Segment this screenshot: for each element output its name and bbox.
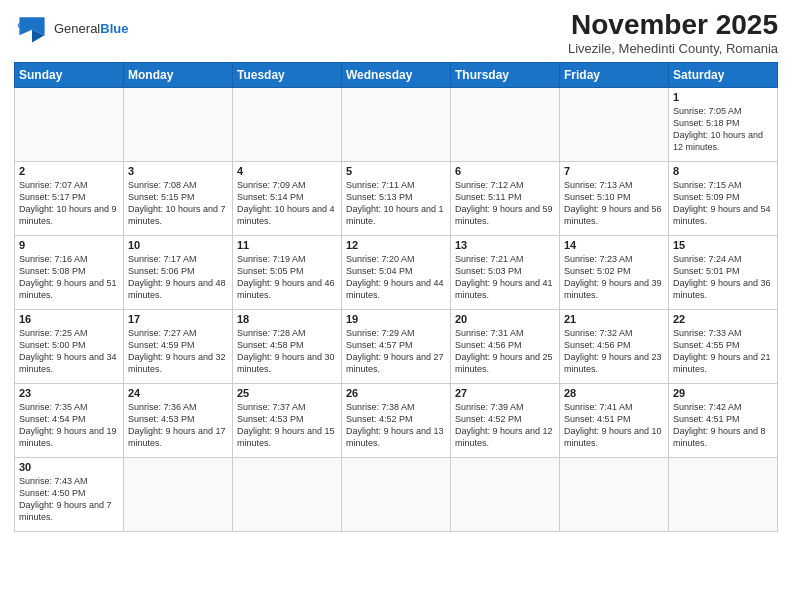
calendar-cell: 22Sunrise: 7:33 AM Sunset: 4:55 PM Dayli… xyxy=(669,309,778,383)
day-info: Sunrise: 7:27 AM Sunset: 4:59 PM Dayligh… xyxy=(128,327,228,376)
calendar-cell xyxy=(560,87,669,161)
day-info: Sunrise: 7:42 AM Sunset: 4:51 PM Dayligh… xyxy=(673,401,773,450)
calendar-cell: 8Sunrise: 7:15 AM Sunset: 5:09 PM Daylig… xyxy=(669,161,778,235)
day-info: Sunrise: 7:24 AM Sunset: 5:01 PM Dayligh… xyxy=(673,253,773,302)
day-info: Sunrise: 7:19 AM Sunset: 5:05 PM Dayligh… xyxy=(237,253,337,302)
calendar-cell: 24Sunrise: 7:36 AM Sunset: 4:53 PM Dayli… xyxy=(124,383,233,457)
day-number: 10 xyxy=(128,239,228,251)
day-info: Sunrise: 7:33 AM Sunset: 4:55 PM Dayligh… xyxy=(673,327,773,376)
calendar-cell: 29Sunrise: 7:42 AM Sunset: 4:51 PM Dayli… xyxy=(669,383,778,457)
calendar-cell: 25Sunrise: 7:37 AM Sunset: 4:53 PM Dayli… xyxy=(233,383,342,457)
calendar-cell: 1Sunrise: 7:05 AM Sunset: 5:18 PM Daylig… xyxy=(669,87,778,161)
day-number: 15 xyxy=(673,239,773,251)
day-info: Sunrise: 7:41 AM Sunset: 4:51 PM Dayligh… xyxy=(564,401,664,450)
calendar-cell: 18Sunrise: 7:28 AM Sunset: 4:58 PM Dayli… xyxy=(233,309,342,383)
day-number: 30 xyxy=(19,461,119,473)
day-number: 20 xyxy=(455,313,555,325)
day-number: 3 xyxy=(128,165,228,177)
calendar-cell xyxy=(451,457,560,531)
day-number: 1 xyxy=(673,91,773,103)
header: GB GeneralBlue November 2025 Livezile, M… xyxy=(14,10,778,56)
calendar-cell: 5Sunrise: 7:11 AM Sunset: 5:13 PM Daylig… xyxy=(342,161,451,235)
day-info: Sunrise: 7:25 AM Sunset: 5:00 PM Dayligh… xyxy=(19,327,119,376)
calendar-cell xyxy=(124,87,233,161)
day-number: 8 xyxy=(673,165,773,177)
day-info: Sunrise: 7:11 AM Sunset: 5:13 PM Dayligh… xyxy=(346,179,446,228)
calendar-body: 1Sunrise: 7:05 AM Sunset: 5:18 PM Daylig… xyxy=(15,87,778,531)
calendar-cell: 13Sunrise: 7:21 AM Sunset: 5:03 PM Dayli… xyxy=(451,235,560,309)
calendar-cell: 20Sunrise: 7:31 AM Sunset: 4:56 PM Dayli… xyxy=(451,309,560,383)
calendar-cell xyxy=(124,457,233,531)
header-monday: Monday xyxy=(124,62,233,87)
header-sunday: Sunday xyxy=(15,62,124,87)
generalblue-logo-icon: GB xyxy=(14,10,50,46)
day-number: 2 xyxy=(19,165,119,177)
day-info: Sunrise: 7:37 AM Sunset: 4:53 PM Dayligh… xyxy=(237,401,337,450)
day-number: 25 xyxy=(237,387,337,399)
calendar-cell: 26Sunrise: 7:38 AM Sunset: 4:52 PM Dayli… xyxy=(342,383,451,457)
day-info: Sunrise: 7:31 AM Sunset: 4:56 PM Dayligh… xyxy=(455,327,555,376)
header-tuesday: Tuesday xyxy=(233,62,342,87)
day-info: Sunrise: 7:12 AM Sunset: 5:11 PM Dayligh… xyxy=(455,179,555,228)
calendar-cell: 17Sunrise: 7:27 AM Sunset: 4:59 PM Dayli… xyxy=(124,309,233,383)
calendar-cell: 4Sunrise: 7:09 AM Sunset: 5:14 PM Daylig… xyxy=(233,161,342,235)
calendar-cell xyxy=(342,87,451,161)
day-info: Sunrise: 7:07 AM Sunset: 5:17 PM Dayligh… xyxy=(19,179,119,228)
day-number: 18 xyxy=(237,313,337,325)
header-wednesday: Wednesday xyxy=(342,62,451,87)
day-info: Sunrise: 7:21 AM Sunset: 5:03 PM Dayligh… xyxy=(455,253,555,302)
page: GB GeneralBlue November 2025 Livezile, M… xyxy=(0,0,792,612)
logo: GB GeneralBlue xyxy=(14,10,128,46)
calendar-cell: 16Sunrise: 7:25 AM Sunset: 5:00 PM Dayli… xyxy=(15,309,124,383)
day-info: Sunrise: 7:16 AM Sunset: 5:08 PM Dayligh… xyxy=(19,253,119,302)
day-info: Sunrise: 7:17 AM Sunset: 5:06 PM Dayligh… xyxy=(128,253,228,302)
calendar-cell: 19Sunrise: 7:29 AM Sunset: 4:57 PM Dayli… xyxy=(342,309,451,383)
calendar-cell: 7Sunrise: 7:13 AM Sunset: 5:10 PM Daylig… xyxy=(560,161,669,235)
header-friday: Friday xyxy=(560,62,669,87)
day-number: 29 xyxy=(673,387,773,399)
day-info: Sunrise: 7:35 AM Sunset: 4:54 PM Dayligh… xyxy=(19,401,119,450)
day-number: 5 xyxy=(346,165,446,177)
calendar-cell xyxy=(451,87,560,161)
calendar-cell: 21Sunrise: 7:32 AM Sunset: 4:56 PM Dayli… xyxy=(560,309,669,383)
day-number: 28 xyxy=(564,387,664,399)
day-info: Sunrise: 7:38 AM Sunset: 4:52 PM Dayligh… xyxy=(346,401,446,450)
calendar-cell: 11Sunrise: 7:19 AM Sunset: 5:05 PM Dayli… xyxy=(233,235,342,309)
logo-text: GeneralBlue xyxy=(54,21,128,36)
calendar-cell: 10Sunrise: 7:17 AM Sunset: 5:06 PM Dayli… xyxy=(124,235,233,309)
day-info: Sunrise: 7:15 AM Sunset: 5:09 PM Dayligh… xyxy=(673,179,773,228)
calendar-cell: 2Sunrise: 7:07 AM Sunset: 5:17 PM Daylig… xyxy=(15,161,124,235)
calendar-cell xyxy=(560,457,669,531)
day-info: Sunrise: 7:28 AM Sunset: 4:58 PM Dayligh… xyxy=(237,327,337,376)
calendar-cell xyxy=(233,457,342,531)
calendar-cell xyxy=(233,87,342,161)
day-number: 26 xyxy=(346,387,446,399)
day-number: 11 xyxy=(237,239,337,251)
day-number: 13 xyxy=(455,239,555,251)
calendar-cell: 15Sunrise: 7:24 AM Sunset: 5:01 PM Dayli… xyxy=(669,235,778,309)
day-number: 14 xyxy=(564,239,664,251)
calendar-cell: 23Sunrise: 7:35 AM Sunset: 4:54 PM Dayli… xyxy=(15,383,124,457)
day-number: 21 xyxy=(564,313,664,325)
day-number: 24 xyxy=(128,387,228,399)
header-saturday: Saturday xyxy=(669,62,778,87)
day-number: 12 xyxy=(346,239,446,251)
calendar-cell: 6Sunrise: 7:12 AM Sunset: 5:11 PM Daylig… xyxy=(451,161,560,235)
day-info: Sunrise: 7:13 AM Sunset: 5:10 PM Dayligh… xyxy=(564,179,664,228)
day-number: 6 xyxy=(455,165,555,177)
calendar-cell: 12Sunrise: 7:20 AM Sunset: 5:04 PM Dayli… xyxy=(342,235,451,309)
calendar-cell: 27Sunrise: 7:39 AM Sunset: 4:52 PM Dayli… xyxy=(451,383,560,457)
day-info: Sunrise: 7:09 AM Sunset: 5:14 PM Dayligh… xyxy=(237,179,337,228)
day-info: Sunrise: 7:43 AM Sunset: 4:50 PM Dayligh… xyxy=(19,475,119,524)
day-info: Sunrise: 7:23 AM Sunset: 5:02 PM Dayligh… xyxy=(564,253,664,302)
day-number: 27 xyxy=(455,387,555,399)
calendar-cell: 14Sunrise: 7:23 AM Sunset: 5:02 PM Dayli… xyxy=(560,235,669,309)
title-block: November 2025 Livezile, Mehedinti County… xyxy=(568,10,778,56)
location: Livezile, Mehedinti County, Romania xyxy=(568,41,778,56)
day-number: 17 xyxy=(128,313,228,325)
weekday-header-row: Sunday Monday Tuesday Wednesday Thursday… xyxy=(15,62,778,87)
day-info: Sunrise: 7:39 AM Sunset: 4:52 PM Dayligh… xyxy=(455,401,555,450)
day-info: Sunrise: 7:29 AM Sunset: 4:57 PM Dayligh… xyxy=(346,327,446,376)
day-info: Sunrise: 7:08 AM Sunset: 5:15 PM Dayligh… xyxy=(128,179,228,228)
calendar-cell: 30Sunrise: 7:43 AM Sunset: 4:50 PM Dayli… xyxy=(15,457,124,531)
